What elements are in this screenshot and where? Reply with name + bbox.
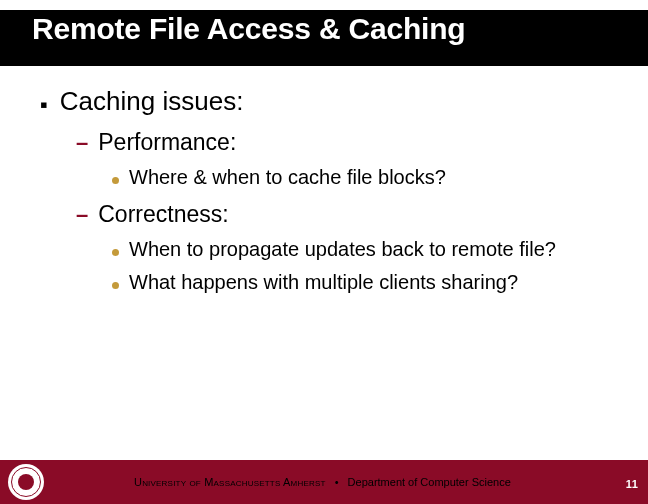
- dot-bullet-icon: [112, 282, 119, 289]
- lvl3-text: When to propagate updates back to remote…: [129, 238, 556, 261]
- list-item: ▪ Caching issues:: [40, 86, 624, 117]
- slide: Remote File Access & Caching ▪ Caching i…: [0, 0, 648, 504]
- footer-text: University of Massachusetts Amherst • De…: [134, 476, 511, 488]
- dot-bullet-icon: [112, 249, 119, 256]
- lvl3-text: Where & when to cache file blocks?: [129, 166, 446, 189]
- lvl3-text: What happens with multiple clients shari…: [129, 271, 518, 294]
- footer-bar: University of Massachusetts Amherst • De…: [0, 460, 648, 504]
- university-seal-icon: [8, 464, 44, 500]
- square-bullet-icon: ▪: [40, 94, 48, 116]
- footer-department: Department of Computer Science: [348, 476, 511, 488]
- slide-body: ▪ Caching issues: – Performance: Where &…: [40, 82, 624, 294]
- dash-icon: –: [76, 130, 88, 156]
- page-number: 11: [626, 478, 638, 490]
- lvl2-text: Correctness:: [98, 201, 228, 228]
- list-item: – Performance:: [76, 129, 624, 156]
- list-item: What happens with multiple clients shari…: [112, 271, 624, 294]
- dot-bullet-icon: [112, 177, 119, 184]
- footer-university: University of Massachusetts Amherst: [134, 476, 326, 488]
- slide-title: Remote File Access & Caching: [32, 12, 465, 46]
- lvl1-text: Caching issues:: [60, 86, 244, 117]
- list-item: When to propagate updates back to remote…: [112, 238, 624, 261]
- list-item: Where & when to cache file blocks?: [112, 166, 624, 189]
- list-item: – Correctness:: [76, 201, 624, 228]
- lvl2-text: Performance:: [98, 129, 236, 156]
- footer-separator: •: [335, 476, 339, 488]
- dash-icon: –: [76, 202, 88, 228]
